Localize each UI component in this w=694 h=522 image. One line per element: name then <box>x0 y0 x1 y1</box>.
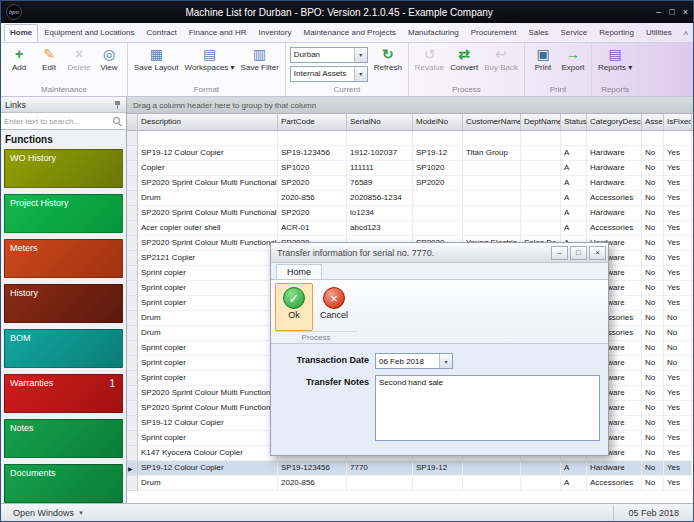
tab-procurement[interactable]: Procurement <box>465 24 523 42</box>
cell-deptname <box>521 191 561 206</box>
column-header-description[interactable]: Description <box>138 114 278 130</box>
column-header-status[interactable]: Status <box>561 114 587 130</box>
close-button[interactable]: × <box>683 6 688 18</box>
ribbon-collapse-button[interactable]: ^ <box>678 28 694 42</box>
function-wo-history[interactable]: WO History <box>4 149 123 188</box>
edit-button[interactable]: ✎Edit <box>34 44 64 84</box>
dialog-close-button[interactable]: × <box>589 246 606 260</box>
dialog-titlebar[interactable]: Transfer information for serial no. 7770… <box>271 243 608 263</box>
cell-description: Acer copier outer shell <box>138 221 278 236</box>
column-header-partcode[interactable]: PartCode <box>278 114 347 130</box>
print-button[interactable]: ▣Print <box>528 44 558 84</box>
tab-manufacturing[interactable]: Manufacturing <box>402 24 465 42</box>
cell-deptname <box>521 476 561 491</box>
reports-button[interactable]: ▤Reports ▾ <box>595 44 635 84</box>
pin-icon[interactable] <box>113 100 122 110</box>
cell-description: SP2121 Copier <box>138 251 278 266</box>
function-notes[interactable]: Notes <box>4 419 123 458</box>
row-indicator <box>127 281 138 296</box>
maximize-button[interactable]: □ <box>669 6 674 18</box>
table-row[interactable] <box>127 131 693 146</box>
table-row[interactable]: SP2020 Sprint Colour Multi Functional Co… <box>127 176 693 191</box>
column-header-serialno[interactable]: SerialNo <box>347 114 413 130</box>
cell-isfixedasset: Yes <box>664 461 692 476</box>
cell-status: A <box>561 221 587 236</box>
cell-partcode: SP19-123456 <box>278 461 347 476</box>
function-bom[interactable]: BOM <box>4 329 123 368</box>
workspaces-button[interactable]: ▤Workspaces ▾ <box>181 44 237 84</box>
dialog-tab-home[interactable]: Home <box>276 264 322 279</box>
table-row[interactable]: ▶SP19-12 Colour CopierSP19-1234567770SP1… <box>127 461 693 476</box>
ok-button[interactable]: ✓ Ok <box>275 283 313 331</box>
minimize-button[interactable]: – <box>656 6 661 18</box>
tab-home[interactable]: Home <box>4 24 38 42</box>
cell-partcode: SP2020 <box>278 206 347 221</box>
cell-serialno: 2020856-1234 <box>347 191 413 206</box>
column-header-isfixedasset[interactable]: IsFixedAsset <box>664 114 692 130</box>
row-indicator <box>127 311 138 326</box>
cell-isfixedasset: Yes <box>664 431 692 446</box>
internal-assets-dropdown[interactable]: Internal Assets▾ <box>290 66 368 82</box>
status-bar: Open Windows ▼ 05 Feb 2018 <box>1 503 693 521</box>
function-meters[interactable]: Meters <box>4 239 123 278</box>
function-project-history[interactable]: Project History <box>4 194 123 233</box>
add-button[interactable]: +Add <box>4 44 34 84</box>
table-row[interactable]: Drum2020-856AAccessoriesNoYes <box>127 476 693 491</box>
column-header-customername[interactable]: CustomerName <box>463 114 521 130</box>
cell-isfixedasset: Yes <box>664 146 692 161</box>
table-row[interactable]: SP2020 Sprint Colour Multi Functional Co… <box>127 206 693 221</box>
tab-inventory[interactable]: Inventory <box>253 24 298 42</box>
cell-deptname <box>521 176 561 191</box>
table-row[interactable]: CopierSP1020111111SP1020AHardwareNoYes <box>127 161 693 176</box>
cell-isfixedasset <box>664 131 692 146</box>
grid-header: DescriptionPartCodeSerialNoModelNoCustom… <box>127 114 693 131</box>
cell-status: A <box>561 461 587 476</box>
app-window: bpo Machine List for Durban - BPO: Versi… <box>0 0 694 522</box>
tab-finance-and-hr[interactable]: Finance and HR <box>183 24 253 42</box>
column-header-categorydesc[interactable]: CategoryDesc <box>587 114 642 130</box>
function-warranties[interactable]: Warranties1 <box>4 374 123 413</box>
search-input[interactable] <box>1 117 112 126</box>
open-windows-button[interactable]: Open Windows ▼ <box>7 508 90 518</box>
table-row[interactable]: Acer copier outer shellACR-01abcd123AAcc… <box>127 221 693 236</box>
ribbon-group-reports: ▤Reports ▾Reports <box>592 43 639 96</box>
table-row[interactable]: Drum2020-8562020856-1234AAccessoriesNoYe… <box>127 191 693 206</box>
refresh-button[interactable]: ↻Refresh <box>371 44 405 84</box>
group-caption-format: Format <box>131 84 282 96</box>
cell-asset: No <box>642 191 664 206</box>
dialog-minimize-button[interactable]: – <box>551 246 568 260</box>
tab-utilities[interactable]: Utilities <box>640 24 678 42</box>
tab-reporting[interactable]: Reporting <box>593 24 640 42</box>
column-header-modelno[interactable]: ModelNo <box>413 114 463 130</box>
tab-service[interactable]: Service <box>555 24 594 42</box>
row-indicator <box>127 161 138 176</box>
cell-asset: No <box>642 371 664 386</box>
cell-asset <box>642 131 664 146</box>
column-header-asset[interactable]: Asset <box>642 114 664 130</box>
table-row[interactable]: SP19-12 Colour CopierSP19-1234561912-102… <box>127 146 693 161</box>
cell-description: Sprint copier <box>138 356 278 371</box>
links-panel: Links Functions WO HistoryProject Histor… <box>1 97 127 503</box>
cell-serialno: 7770 <box>347 461 413 476</box>
save-filter-button[interactable]: ▥Save Filter <box>238 44 282 84</box>
save-layout-button[interactable]: ▦Save Layout <box>131 44 181 84</box>
cell-description: Drum <box>138 311 278 326</box>
column-header-deptname[interactable]: DeptName <box>521 114 561 130</box>
tab-contract[interactable]: Contract <box>141 24 183 42</box>
export-button[interactable]: →Export <box>558 44 588 84</box>
cancel-button[interactable]: × Cancel <box>315 283 353 331</box>
cell-isfixedasset: Yes <box>664 221 692 236</box>
cell-status: A <box>561 476 587 491</box>
tab-maintenance-and-projects[interactable]: Maintenance and Projects <box>297 24 402 42</box>
function-documents[interactable]: Documents <box>4 464 123 503</box>
durban-dropdown[interactable]: Durban▾ <box>290 47 368 63</box>
transfer-notes-input[interactable]: Second hand sale <box>375 375 600 441</box>
tab-equipment-and-locations[interactable]: Equipment and Locations <box>38 24 140 42</box>
convert-button[interactable]: ⇄Convert <box>447 44 481 84</box>
function-history[interactable]: History <box>4 284 123 323</box>
tab-sales[interactable]: Sales <box>522 24 554 42</box>
transaction-date-dropdown[interactable]: 06 Feb 2018 ▾ <box>375 353 453 369</box>
dialog-maximize-button[interactable]: □ <box>570 246 587 260</box>
view-button[interactable]: ◎View <box>94 44 124 84</box>
chevron-down-icon: ▾ <box>354 48 367 62</box>
